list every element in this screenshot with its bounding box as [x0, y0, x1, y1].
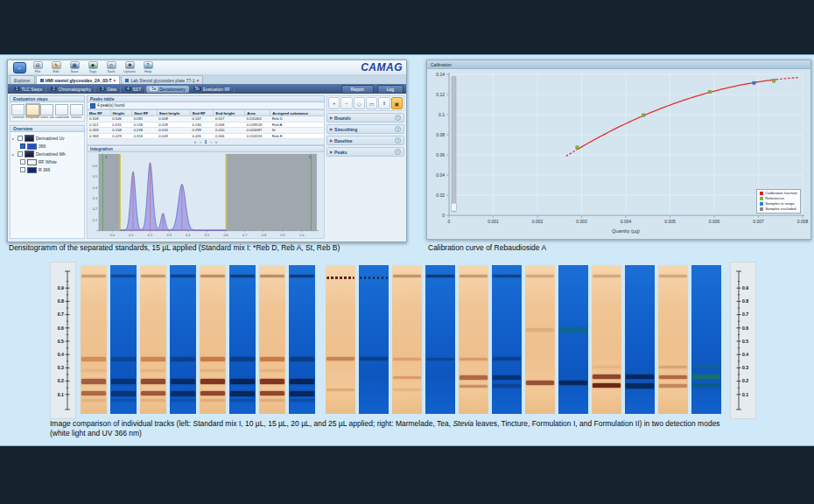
column-header[interactable]: Height	[110, 110, 131, 116]
column-header[interactable]: End RF	[190, 110, 214, 116]
checkbox[interactable]	[20, 144, 25, 149]
checkbox[interactable]	[20, 159, 25, 164]
tab-close-icon[interactable]: ×	[114, 78, 116, 83]
integration-accordions: ▶Bounds?▶Smoothing?▶Baseline?▶Peaks?	[326, 113, 404, 157]
checkbox[interactable]	[18, 151, 23, 157]
save-button[interactable]: ▦Save	[67, 61, 82, 74]
pager-arrow[interactable]: ‹	[200, 140, 201, 144]
peak-row[interactable]: 0.3680.4290.3160.0090.4260.0060.014203Re…	[88, 133, 325, 139]
compare-tracks-icon[interactable]: ‖	[378, 97, 389, 109]
checkbox[interactable]	[18, 136, 23, 141]
overview-item[interactable]: ▸Derivatized Wh	[12, 150, 82, 158]
file-button[interactable]: ▤File	[30, 61, 46, 74]
tlc-band	[111, 399, 136, 402]
expander-icon[interactable]: ▸	[12, 152, 16, 157]
densitogram-caption: Densitogramm of the separated standards,…	[9, 243, 411, 253]
overview-item[interactable]: 366	[12, 143, 82, 150]
column-header[interactable]: Start height	[157, 110, 190, 116]
calibration-title: Calibration	[427, 60, 810, 69]
toolbar-item-label: Save	[70, 70, 78, 74]
tab-explorer[interactable]: Explorer	[10, 75, 35, 84]
tab-close-icon[interactable]: ×	[197, 78, 200, 83]
tools-button[interactable]: ◇Tools	[103, 61, 119, 74]
workflow-step-3[interactable]: 3Data	[96, 86, 121, 93]
overview-item[interactable]: ▸Derivatized Uv	[12, 135, 82, 143]
help-icon[interactable]: ?	[395, 149, 401, 155]
workflow-step-4[interactable]: 4SST	[122, 86, 145, 93]
log-button[interactable]: Log	[377, 85, 403, 94]
eval-step-integration[interactable]: Integration	[26, 104, 40, 120]
tlc-band	[141, 275, 165, 277]
zoom-in-icon[interactable]: +	[328, 97, 340, 109]
accordion-smoothing[interactable]: ▶Smoothing?	[326, 124, 404, 134]
svg-text:1.0: 1.0	[299, 234, 304, 237]
workflow-step-6[interactable]: 5bEvaluation RF	[190, 86, 235, 93]
workflow-step-2[interactable]: 2Chromatography	[47, 86, 95, 93]
column-header[interactable]: Assigned substance	[270, 110, 325, 116]
help-icon[interactable]: ?	[395, 137, 401, 144]
toolbar-item-label: Options	[123, 70, 136, 74]
accordion-bounds[interactable]: ▶Bounds?	[326, 113, 404, 122]
svg-text:0.4: 0.4	[186, 234, 190, 237]
svg-text:0.5: 0.5	[58, 339, 64, 344]
peak-cell: Reb B	[270, 133, 325, 139]
tlc-band	[230, 399, 255, 402]
report-button[interactable]: Report	[341, 85, 374, 94]
zoom-out-icon[interactable]: −	[340, 97, 352, 109]
column-header[interactable]: Area	[245, 110, 270, 116]
calibration-plot-area[interactable]: 00.0010.0020.0030.0040.0050.0060.0070.00…	[428, 69, 810, 238]
eval-step-calibration[interactable]: Calibration	[55, 104, 69, 120]
pan-icon[interactable]: ◇	[354, 97, 365, 109]
workflow-step-1[interactable]: 1TLC Steps	[11, 86, 46, 93]
workflow-step-5[interactable]: 5aDensitometry	[146, 86, 188, 93]
help-icon[interactable]: ?	[395, 126, 401, 132]
tlc-band	[200, 357, 225, 361]
overview-item[interactable]: R 366	[12, 166, 82, 174]
accordion-baseline[interactable]: ▶Baseline?	[326, 136, 404, 145]
tlc-track-formulation-i-uv	[625, 265, 655, 414]
tags-button[interactable]: ◆Tags	[85, 61, 101, 74]
workflow-step-number: 5a	[150, 87, 158, 91]
overview-item[interactable]: RF White	[12, 158, 82, 166]
tlc-band	[659, 375, 687, 380]
toolbar-item-label: Tags	[89, 70, 96, 74]
eval-step-subst-assign-[interactable]: Subst. assign.	[40, 104, 54, 120]
peaks-found-checkbox[interactable]	[90, 103, 95, 108]
options-button[interactable]: ✱Options	[122, 61, 137, 74]
pager-arrow[interactable]: «	[194, 140, 197, 144]
tab-analysis-1[interactable]: HMI steviol glycosides_2A_03-T×	[36, 75, 121, 84]
pager-arrow[interactable]: »	[215, 140, 218, 144]
tlc-band	[260, 379, 284, 384]
help-icon[interactable]: ?	[395, 115, 401, 121]
integration-header: Integration	[87, 145, 325, 152]
auto-integration-icon[interactable]: ▣	[391, 97, 403, 109]
pager-arrow[interactable]: ›	[210, 140, 212, 144]
densitogram-plot-area[interactable]: 0.00.10.20.30.40.50.60.70.80.91.00.10.20…	[87, 152, 325, 239]
eval-step-thumbnail	[26, 104, 39, 116]
svg-text:0.5: 0.5	[742, 339, 748, 344]
help-button[interactable]: ?Help	[140, 61, 156, 74]
edit-button[interactable]: ✎Edit	[48, 61, 64, 74]
checkbox[interactable]	[20, 167, 25, 172]
file-icon: ▤	[33, 61, 43, 69]
chevron-right-icon: ▶	[330, 138, 333, 143]
tlc-band	[426, 275, 454, 277]
tlc-band	[290, 391, 314, 396]
app-menu-button[interactable]: ⌄	[11, 62, 27, 74]
tlc-band	[141, 399, 165, 402]
tlc-band	[692, 374, 720, 379]
eval-step-definition[interactable]: Definition	[11, 104, 25, 120]
accordion-peaks[interactable]: ▶Peaks?	[326, 147, 404, 157]
column-header[interactable]: Max RF	[88, 110, 111, 116]
column-header[interactable]: End height	[214, 110, 245, 116]
tlc-band	[493, 375, 521, 380]
toolbar-item-label: Edit	[53, 70, 60, 74]
tlc-band	[326, 276, 354, 279]
select-region-icon[interactable]: ▭	[366, 97, 377, 109]
tlc-band	[460, 358, 488, 361]
expander-icon[interactable]: ▸	[12, 136, 16, 141]
column-header[interactable]: Start RF	[132, 110, 158, 116]
eval-step-results[interactable]: Results	[69, 104, 83, 120]
tlc-band	[81, 399, 106, 402]
tab-analysis-2[interactable]: Lab Steviol glycosides plate 77-1×	[121, 75, 203, 84]
